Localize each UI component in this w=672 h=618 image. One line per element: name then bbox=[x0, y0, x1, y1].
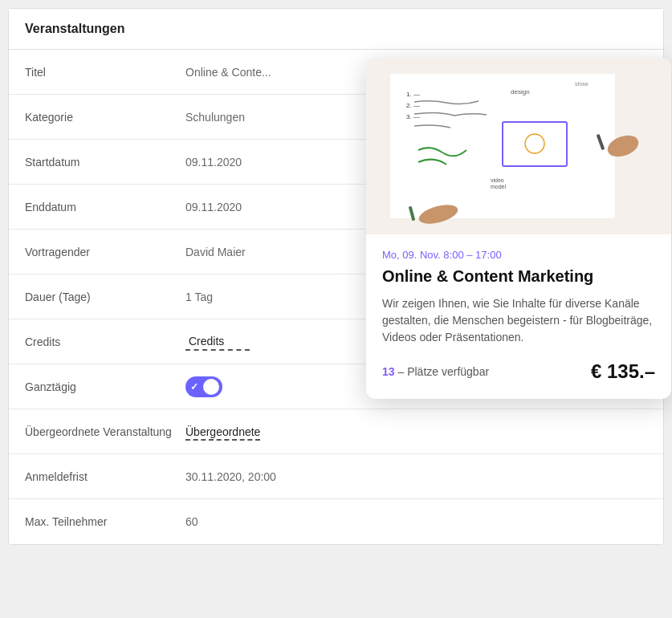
label-credits: Credits bbox=[25, 335, 185, 348]
svg-text:design: design bbox=[511, 88, 530, 96]
value-max-teilnehmer: 60 bbox=[185, 515, 647, 528]
preview-spots: 13 – Plätze verfügbar bbox=[382, 365, 489, 378]
svg-text:model: model bbox=[491, 184, 507, 189]
value-uebergeordnete: Übergeordnete bbox=[185, 425, 647, 438]
label-max-teilnehmer: Max. Teilnehmer bbox=[25, 515, 185, 528]
preview-price: € 135.– bbox=[591, 360, 655, 383]
label-startdatum: Startdatum bbox=[25, 156, 185, 169]
preview-description: Wir zeigen Ihnen, wie Sie Inhalte für di… bbox=[382, 295, 655, 346]
toggle-slider: ✓ bbox=[185, 376, 222, 397]
svg-text:video: video bbox=[491, 177, 504, 183]
row-anmeldefrist: Anmeldefrist 30.11.2020, 20:00 bbox=[9, 454, 663, 499]
preview-image-svg: design show video model 1. — 2. — 3. — bbox=[366, 58, 671, 234]
preview-date: Mo, 09. Nov. 8:00 – 17:00 bbox=[382, 249, 655, 261]
row-uebergeordnete: Übergeordnete Veranstaltung Übergeordnet… bbox=[9, 409, 663, 454]
label-kategorie: Kategorie bbox=[25, 111, 185, 124]
preview-title: Online & Content Marketing bbox=[382, 267, 655, 286]
label-enddatum: Enddatum bbox=[25, 201, 185, 213]
credits-input[interactable] bbox=[185, 333, 250, 351]
svg-text:3. —: 3. — bbox=[406, 113, 420, 120]
row-max-teilnehmer: Max. Teilnehmer 60 bbox=[9, 499, 663, 544]
uebergeordnete-value[interactable]: Übergeordnete bbox=[185, 425, 260, 441]
main-container: Veranstaltungen Titel Online & Conte... … bbox=[8, 8, 664, 545]
value-anmeldefrist: 30.11.2020, 20:00 bbox=[185, 470, 647, 483]
label-dauer: Dauer (Tage) bbox=[25, 291, 185, 303]
toggle-checkmark: ✓ bbox=[190, 381, 198, 392]
label-anmeldefrist: Anmeldefrist bbox=[25, 470, 185, 483]
label-vortragender: Vortragender bbox=[25, 246, 185, 258]
header-bar: Veranstaltungen bbox=[9, 9, 663, 50]
label-uebergeordnete: Übergeordnete Veranstaltung bbox=[25, 425, 185, 438]
page-title: Veranstaltungen bbox=[25, 22, 647, 36]
svg-text:1. —: 1. — bbox=[406, 91, 420, 98]
label-ganztaegig: Ganztägig bbox=[25, 380, 185, 393]
preview-footer: 13 – Plätze verfügbar € 135.– bbox=[382, 360, 655, 383]
preview-body: Mo, 09. Nov. 8:00 – 17:00 Online & Conte… bbox=[366, 234, 671, 399]
content-area: Titel Online & Conte... Kategorie Schulu… bbox=[9, 50, 663, 544]
svg-text:show: show bbox=[575, 81, 589, 87]
spots-count: 13 bbox=[382, 365, 395, 378]
preview-card: design show video model 1. — 2. — 3. — bbox=[366, 58, 671, 399]
ganztaegig-toggle[interactable]: ✓ bbox=[185, 376, 222, 397]
label-titel: Titel bbox=[25, 66, 185, 79]
spots-label: – Plätze verfügbar bbox=[397, 365, 489, 378]
svg-text:2. —: 2. — bbox=[406, 102, 420, 109]
preview-image: design show video model 1. — 2. — 3. — bbox=[366, 58, 671, 234]
